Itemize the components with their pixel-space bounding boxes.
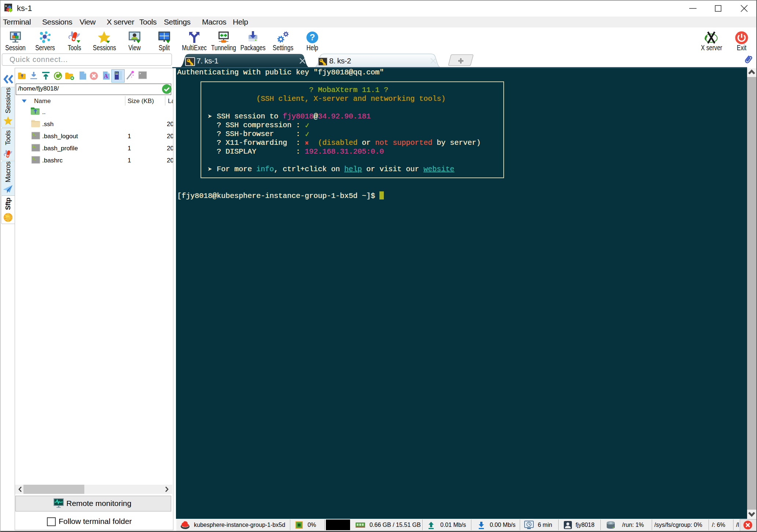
- svg-text:A: A: [104, 73, 108, 79]
- svg-text:?: ?: [310, 32, 315, 42]
